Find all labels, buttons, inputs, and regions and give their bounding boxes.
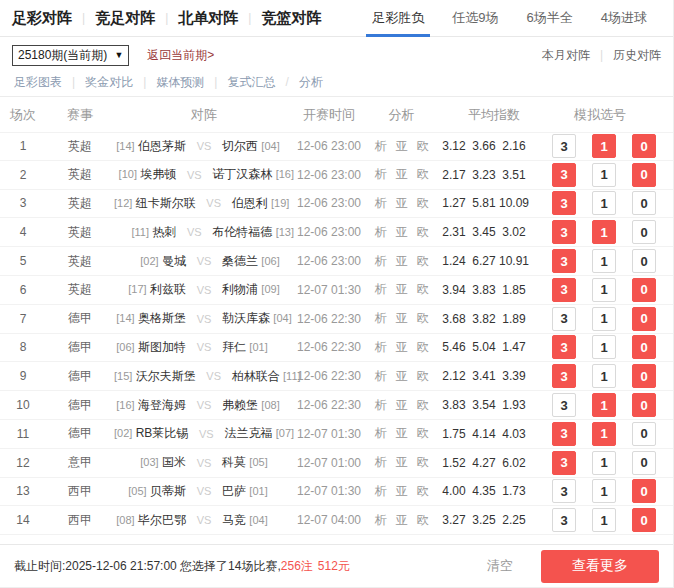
back-to-current-link[interactable]: 返回当前期> — [147, 47, 214, 64]
asia-odds-link[interactable]: 亚 — [396, 224, 408, 241]
view-more-button[interactable]: 查看更多 — [541, 550, 659, 583]
asia-odds-link[interactable]: 亚 — [396, 310, 408, 327]
asia-odds-link[interactable]: 亚 — [396, 454, 408, 471]
europe-odds-link[interactable]: 欧 — [417, 425, 429, 442]
analysis-link[interactable]: 析 — [375, 368, 387, 385]
asia-odds-link[interactable]: 亚 — [396, 512, 408, 529]
pick-button-lose[interactable]: 0 — [632, 278, 656, 302]
pick-button-win[interactable]: 3 — [552, 134, 576, 158]
pick-button-draw[interactable]: 1 — [592, 307, 616, 331]
pick-button-lose[interactable]: 0 — [632, 508, 656, 532]
europe-odds-link[interactable]: 欧 — [417, 195, 429, 212]
asia-odds-link[interactable]: 亚 — [396, 425, 408, 442]
pick-button-win[interactable]: 3 — [552, 278, 576, 302]
analysis-link[interactable]: 析 — [375, 425, 387, 442]
analysis-link[interactable]: 析 — [375, 454, 387, 471]
pick-button-draw[interactable]: 1 — [592, 393, 616, 417]
pick-button-draw[interactable]: 1 — [592, 220, 616, 244]
subnav-prize-compare-link[interactable]: 奖金对比 — [85, 74, 133, 91]
pick-button-draw[interactable]: 1 — [592, 249, 616, 273]
nav-zucai-duizhen[interactable]: 足彩对阵 — [12, 9, 72, 28]
pick-button-win[interactable]: 3 — [552, 422, 576, 446]
tab-shengfu[interactable]: 足彩胜负 — [358, 0, 438, 37]
month-matches-link[interactable]: 本月对阵 — [542, 47, 590, 64]
europe-odds-link[interactable]: 欧 — [417, 512, 429, 529]
period-select[interactable]: 25180期(当前期) ▼ — [12, 45, 129, 66]
analysis-link[interactable]: 析 — [375, 253, 387, 270]
pick-button-draw[interactable]: 1 — [592, 134, 616, 158]
tab-4jinqiu[interactable]: 4场进球 — [587, 0, 661, 37]
pick-button-win[interactable]: 3 — [552, 508, 576, 532]
subnav-chart-link[interactable]: 足彩图表 — [14, 74, 62, 91]
analysis-link[interactable]: 析 — [375, 281, 387, 298]
analysis-link[interactable]: 析 — [375, 166, 387, 183]
pick-button-win[interactable]: 3 — [552, 220, 576, 244]
asia-odds-link[interactable]: 亚 — [396, 483, 408, 500]
analysis-link[interactable]: 析 — [375, 310, 387, 327]
asia-odds-link[interactable]: 亚 — [396, 166, 408, 183]
pick-button-lose[interactable]: 0 — [632, 479, 656, 503]
subnav-analysis-link[interactable]: 分析 — [299, 74, 323, 91]
pick-button-win[interactable]: 3 — [552, 451, 576, 475]
pick-button-draw[interactable]: 1 — [592, 422, 616, 446]
analysis-link[interactable]: 析 — [375, 483, 387, 500]
asia-odds-link[interactable]: 亚 — [396, 253, 408, 270]
pick-button-lose[interactable]: 0 — [632, 249, 656, 273]
pick-button-win[interactable]: 3 — [552, 335, 576, 359]
europe-odds-link[interactable]: 欧 — [417, 397, 429, 414]
pick-button-win[interactable]: 3 — [552, 364, 576, 388]
pick-button-lose[interactable]: 0 — [632, 393, 656, 417]
pick-button-win[interactable]: 3 — [552, 191, 576, 215]
pick-button-win[interactable]: 3 — [552, 307, 576, 331]
europe-odds-link[interactable]: 欧 — [417, 166, 429, 183]
asia-odds-link[interactable]: 亚 — [396, 339, 408, 356]
pick-button-draw[interactable]: 1 — [592, 451, 616, 475]
pick-button-draw[interactable]: 1 — [592, 335, 616, 359]
europe-odds-link[interactable]: 欧 — [417, 368, 429, 385]
europe-odds-link[interactable]: 欧 — [417, 224, 429, 241]
europe-odds-link[interactable]: 欧 — [417, 483, 429, 500]
analysis-link[interactable]: 析 — [375, 138, 387, 155]
pick-button-lose[interactable]: 0 — [632, 191, 656, 215]
pick-button-draw[interactable]: 1 — [592, 278, 616, 302]
pick-button-win[interactable]: 3 — [552, 479, 576, 503]
history-matches-link[interactable]: 历史对阵 — [613, 47, 661, 64]
pick-button-lose[interactable]: 0 — [632, 163, 656, 187]
europe-odds-link[interactable]: 欧 — [417, 281, 429, 298]
analysis-link[interactable]: 析 — [375, 195, 387, 212]
tab-renxuan9[interactable]: 任选9场 — [438, 0, 512, 37]
nav-jinglan-duizhen[interactable]: 竞篮对阵 — [261, 9, 321, 28]
asia-odds-link[interactable]: 亚 — [396, 138, 408, 155]
nav-beidan-duizhen[interactable]: 北单对阵 — [178, 9, 238, 28]
pick-button-lose[interactable]: 0 — [632, 134, 656, 158]
pick-button-lose[interactable]: 0 — [632, 422, 656, 446]
subnav-media-predict-link[interactable]: 媒体预测 — [156, 74, 204, 91]
nav-jingzu-duizhen[interactable]: 竞足对阵 — [95, 9, 155, 28]
europe-odds-link[interactable]: 欧 — [417, 138, 429, 155]
analysis-link[interactable]: 析 — [375, 339, 387, 356]
pick-button-draw[interactable]: 1 — [592, 364, 616, 388]
analysis-link[interactable]: 析 — [375, 512, 387, 529]
asia-odds-link[interactable]: 亚 — [396, 368, 408, 385]
analysis-link[interactable]: 析 — [375, 397, 387, 414]
europe-odds-link[interactable]: 欧 — [417, 339, 429, 356]
asia-odds-link[interactable]: 亚 — [396, 397, 408, 414]
asia-odds-link[interactable]: 亚 — [396, 281, 408, 298]
pick-button-win[interactable]: 3 — [552, 393, 576, 417]
pick-button-draw[interactable]: 1 — [592, 479, 616, 503]
pick-button-draw[interactable]: 1 — [592, 508, 616, 532]
pick-button-win[interactable]: 3 — [552, 249, 576, 273]
subnav-fushi-summary-link[interactable]: 复式汇总 — [227, 74, 275, 91]
pick-button-lose[interactable]: 0 — [632, 220, 656, 244]
asia-odds-link[interactable]: 亚 — [396, 195, 408, 212]
pick-button-lose[interactable]: 0 — [632, 335, 656, 359]
pick-button-lose[interactable]: 0 — [632, 451, 656, 475]
pick-button-win[interactable]: 3 — [552, 163, 576, 187]
pick-button-draw[interactable]: 1 — [592, 163, 616, 187]
tab-6banquan[interactable]: 6场半全 — [513, 0, 587, 37]
clear-button[interactable]: 清空 — [487, 557, 513, 575]
pick-button-draw[interactable]: 1 — [592, 191, 616, 215]
pick-button-lose[interactable]: 0 — [632, 364, 656, 388]
europe-odds-link[interactable]: 欧 — [417, 253, 429, 270]
pick-button-lose[interactable]: 0 — [632, 307, 656, 331]
